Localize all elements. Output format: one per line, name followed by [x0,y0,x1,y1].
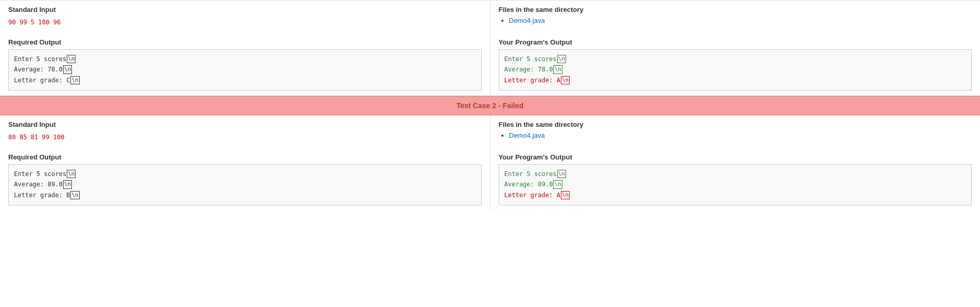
program-line-1-3-text: Letter grade: A [504,75,560,85]
program-output-box-2: Enter 5 scores\n Average: 89.0\n Letter … [499,164,972,206]
program-line-2-2-text: Average: 89.0 [504,179,553,189]
program-line-2-3: Letter grade: A\n [504,190,967,200]
required-line-1-2: Average: 78.0\n [14,64,476,75]
standard-input-section-2: Standard Input 80 85 81 99 100 [0,115,491,148]
required-line-1-1: Enter 5 scores\n [14,54,476,64]
program-line-2-1-text: Enter 5 scores [504,169,557,179]
failed-banner: Test Case 2 - Failed [0,96,980,115]
required-line-2-3-text: Letter grade: B [14,190,70,200]
required-line-2-3: Letter grade: B\n [14,190,476,200]
required-output-box-2: Enter 5 scores\n Average: 89.0\n Letter … [8,164,482,206]
file-list-1: Demo4.java [499,17,972,24]
files-section-2: Files in the same directory Demo4.java [491,115,981,148]
file-link-2[interactable]: Demo4.java [509,131,545,139]
program-newline-2-3: \n [561,191,570,199]
required-line-1-1-text: Enter 5 scores [14,54,66,64]
standard-input-value-1: 90 99 5 100 96 [8,17,482,28]
program-line-1-2: Average: 78.0\n [504,64,967,75]
program-newline-1-1: \n [557,55,566,63]
program-newline-2-2: \n [553,180,562,188]
required-line-2-2: Average: 89.0\n [14,179,476,189]
program-newline-1-3: \n [561,76,570,84]
program-output-label-2: Your Program's Output [499,153,972,161]
newline-badge-1-1: \n [67,55,76,63]
newline-badge-2-2: \n [63,180,72,188]
newline-badge-1-3: \n [70,76,79,84]
program-line-1-1-text: Enter 5 scores [504,54,557,64]
files-section-1: Files in the same directory Demo4.java [491,1,981,33]
required-output-box-1: Enter 5 scores\n Average: 78.0\n Letter … [8,49,482,91]
required-output-section-2: Required Output Enter 5 scores\n Average… [0,148,491,211]
program-output-section-1: Your Program's Output Enter 5 scores\n A… [491,33,981,96]
files-label-1: Files in the same directory [499,6,972,13]
newline-badge-1-2: \n [63,65,72,74]
required-line-1-2-text: Average: 78.0 [14,64,63,75]
file-link-1[interactable]: Demo4.java [509,17,545,24]
test-case-1-outputs: Required Output Enter 5 scores\n Average… [0,33,980,96]
program-output-section-2: Your Program's Output Enter 5 scores\n A… [491,148,981,211]
required-line-1-3-text: Letter grade: C [14,75,70,85]
newline-badge-2-3: \n [70,191,79,199]
files-label-2: Files in the same directory [499,121,972,128]
standard-input-label-1: Standard Input [8,6,482,13]
required-line-2-1: Enter 5 scores\n [14,169,476,179]
program-line-1-1: Enter 5 scores\n [504,54,967,64]
standard-input-label-2: Standard Input [8,121,482,128]
standard-input-value-2: 80 85 81 99 100 [8,131,482,143]
file-list-2: Demo4.java [499,131,972,139]
program-newline-2-1: \n [557,170,566,178]
program-line-1-3: Letter grade: A\n [504,75,967,85]
required-output-section-1: Required Output Enter 5 scores\n Average… [0,33,491,96]
required-line-1-3: Letter grade: C\n [14,75,476,85]
required-line-2-1-text: Enter 5 scores [14,169,66,179]
program-line-2-1: Enter 5 scores\n [504,169,967,179]
program-output-label-1: Your Program's Output [499,38,972,46]
required-output-label-2: Required Output [8,153,482,161]
newline-badge-2-1: \n [67,170,76,178]
required-line-2-2-text: Average: 89.0 [14,179,63,189]
test-case-1-inputs: Standard Input 90 99 5 100 96 Files in t… [0,0,980,33]
program-output-box-1: Enter 5 scores\n Average: 78.0\n Letter … [499,49,972,91]
standard-input-section-1: Standard Input 90 99 5 100 96 [0,1,491,33]
required-output-label-1: Required Output [8,38,482,46]
program-line-1-2-text: Average: 78.0 [504,64,553,75]
program-line-2-3-text: Letter grade: A [504,190,560,200]
test-case-2-outputs: Required Output Enter 5 scores\n Average… [0,148,980,211]
program-line-2-2: Average: 89.0\n [504,179,967,189]
test-case-2-inputs: Standard Input 80 85 81 99 100 Files in … [0,115,980,148]
program-newline-1-2: \n [553,65,562,74]
